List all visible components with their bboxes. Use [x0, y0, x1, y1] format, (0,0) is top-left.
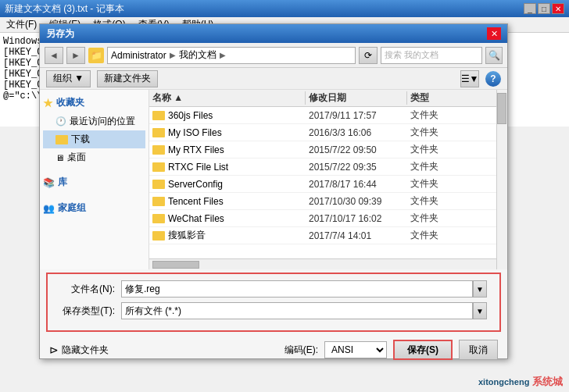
- new-folder-label: 新建文件夹: [104, 72, 151, 85]
- family-icon: 👥: [43, 203, 55, 214]
- sidebar-spacer: [43, 166, 145, 176]
- file-list-header: 名称 ▲ 修改日期 类型: [149, 90, 496, 107]
- notepad-maximize-btn[interactable]: □: [538, 3, 550, 14]
- col-header-type: 类型: [407, 91, 496, 105]
- filetype-input[interactable]: [121, 302, 473, 319]
- organize-label: 组织 ▼: [53, 72, 84, 85]
- col-header-name: 名称 ▲: [149, 91, 306, 105]
- file-name-rtxc: RTXC File List: [149, 162, 306, 173]
- watermark-text: 系统城: [532, 376, 563, 387]
- filetype-row: 保存类型(T): ▼: [60, 302, 487, 319]
- file-date-serverconfig: 2017/8/17 16:44: [306, 179, 407, 190]
- file-type-tencent: 文件夹: [407, 194, 496, 208]
- back-button[interactable]: ◄: [45, 47, 63, 64]
- file-row-360js[interactable]: 360js Files 2017/9/11 17:57 文件夹: [149, 107, 496, 124]
- search-icon: 🔍: [488, 50, 500, 61]
- file-name-myrtx: My RTX Files: [149, 144, 306, 155]
- file-row-wechat[interactable]: WeChat Files 2017/10/17 16:02 文件夹: [149, 210, 496, 227]
- address-bar: ◄ ► 📁 Administrator ▶ 我的文档 ▶ ⟳ 搜索 我的文档 🔍: [40, 43, 507, 68]
- encoding-select[interactable]: ANSI UTF-8 Unicode: [324, 341, 387, 358]
- scrollbar-thumb: [152, 261, 199, 269]
- file-row-serverconfig[interactable]: ServerConfig 2017/8/17 16:44 文件夹: [149, 176, 496, 193]
- file-date-360js: 2017/9/11 17:57: [306, 110, 407, 121]
- refresh-button[interactable]: ⟳: [359, 47, 378, 64]
- notepad-titlebar-buttons: _ □ ✕: [524, 3, 564, 14]
- help-button[interactable]: ?: [485, 71, 501, 87]
- notepad-close-btn[interactable]: ✕: [552, 3, 564, 14]
- save-label: 保存(S): [407, 344, 438, 355]
- file-name-serverconfig: ServerConfig: [149, 179, 306, 190]
- family-section: 👥 家庭组: [43, 201, 145, 215]
- dialog-title: 另存为: [46, 27, 74, 41]
- sidebar: ★ 收藏夹 🕐 最近访问的位置 下载 🖥 桌面 📚 库 👥: [40, 90, 149, 269]
- filename-dropdown-btn[interactable]: ▼: [473, 280, 487, 298]
- sidebar-item-desktop[interactable]: 🖥 桌面: [43, 148, 145, 166]
- filename-row: 文件名(N): ▼: [60, 280, 487, 298]
- view-button[interactable]: ☰▼: [460, 70, 479, 87]
- menu-file[interactable]: 文件(F): [3, 16, 40, 33]
- forward-button[interactable]: ►: [66, 47, 85, 64]
- file-row-souhu[interactable]: 搜狐影音 2017/7/4 14:01 文件夹: [149, 227, 496, 244]
- file-date-rtxc: 2015/7/22 09:35: [306, 162, 407, 173]
- favorites-label: 收藏夹: [56, 96, 84, 109]
- library-section: 📚 库: [43, 176, 145, 189]
- favorites-section: ★ 收藏夹: [43, 96, 145, 109]
- file-row-rtxc[interactable]: RTXC File List 2015/7/22 09:35 文件夹: [149, 159, 496, 176]
- sidebar-item-downloads[interactable]: 下载: [43, 130, 145, 148]
- file-name-tencent: Tencent Files: [149, 196, 306, 207]
- file-row-tencent[interactable]: Tencent Files 2017/10/30 09:39 文件夹: [149, 193, 496, 210]
- dialog-close-btn[interactable]: ✕: [487, 27, 501, 40]
- search-button[interactable]: 🔍: [485, 47, 503, 64]
- toolbar: 组织 ▼ 新建文件夹 ☰▼ ?: [40, 68, 507, 90]
- hide-folders-control[interactable]: ⊳ 隐藏文件夹: [49, 344, 109, 357]
- file-type-360js: 文件夹: [407, 109, 496, 122]
- filetype-field-wrapper: ▼: [121, 302, 487, 319]
- action-bar: ⊳ 隐藏文件夹 编码(E): ANSI UTF-8 Unicode 保存(S) …: [40, 335, 507, 365]
- search-placeholder: 搜索 我的文档: [385, 49, 438, 61]
- sidebar-item-recent-label: 最近访问的位置: [70, 115, 135, 128]
- file-row-myiso[interactable]: My ISO Files 2016/3/3 16:06 文件夹: [149, 124, 496, 141]
- scrollbar-v-thumb: [497, 93, 506, 124]
- folder-icon-rtxc: [152, 162, 165, 172]
- save-as-dialog: 另存为 ✕ ◄ ► 📁 Administrator ▶ 我的文档 ▶ ⟳ 搜索 …: [39, 23, 508, 359]
- file-name-wechat: WeChat Files: [149, 213, 306, 224]
- file-date-souhu: 2017/7/4 14:01: [306, 230, 407, 241]
- file-name-360js: 360js Files: [149, 110, 306, 121]
- file-name-souhu: 搜狐影音: [149, 229, 306, 242]
- filename-input[interactable]: [121, 280, 473, 298]
- folder-icon-downloads: [55, 135, 68, 144]
- vertical-scrollbar[interactable]: [496, 90, 507, 269]
- cancel-button[interactable]: 取消: [459, 340, 498, 360]
- favorites-star-icon: ★: [43, 97, 53, 109]
- filetype-dropdown-btn[interactable]: ▼: [473, 302, 487, 319]
- file-date-wechat: 2017/10/17 16:02: [306, 213, 407, 224]
- address-path[interactable]: Administrator ▶ 我的文档 ▶: [107, 47, 356, 64]
- filename-label: 文件名(N):: [60, 283, 115, 296]
- file-date-myiso: 2016/3/3 16:06: [306, 127, 407, 138]
- sidebar-item-downloads-label: 下载: [71, 133, 90, 146]
- notepad-minimize-btn[interactable]: _: [524, 3, 536, 14]
- notepad-title: 新建文本文档 (3).txt - 记事本: [5, 2, 124, 16]
- folder-icon-tencent: [152, 197, 165, 206]
- file-type-rtxc: 文件夹: [407, 160, 496, 173]
- horizontal-scrollbar[interactable]: [149, 258, 496, 269]
- new-folder-button[interactable]: 新建文件夹: [97, 70, 158, 87]
- search-box[interactable]: 搜索 我的文档: [381, 47, 482, 64]
- filename-field-wrapper: ▼: [121, 280, 487, 298]
- watermark-prefix: xitongcheng: [478, 377, 529, 387]
- organize-button[interactable]: 组织 ▼: [46, 70, 91, 87]
- col-header-date: 修改日期: [306, 91, 407, 105]
- path-arrow-2: ▶: [220, 51, 226, 59]
- arrow-icon: ⊳: [49, 344, 59, 356]
- main-area: ★ 收藏夹 🕐 最近访问的位置 下载 🖥 桌面 📚 库 👥: [40, 90, 507, 269]
- save-button[interactable]: 保存(S): [393, 340, 453, 360]
- folder-icon: 📁: [88, 48, 104, 63]
- file-row-myrtx[interactable]: My RTX Files 2015/7/22 09:50 文件夹: [149, 141, 496, 159]
- sidebar-item-recent[interactable]: 🕐 最近访问的位置: [43, 112, 145, 130]
- sidebar-spacer2: [43, 192, 145, 201]
- input-area: 文件名(N): ▼ 保存类型(T): ▼: [46, 273, 501, 332]
- file-name-myiso: My ISO Files: [149, 127, 306, 138]
- file-date-tencent: 2017/10/30 09:39: [306, 196, 407, 207]
- file-list: 360js Files 2017/9/11 17:57 文件夹 My ISO F…: [149, 107, 496, 258]
- file-type-myrtx: 文件夹: [407, 143, 496, 156]
